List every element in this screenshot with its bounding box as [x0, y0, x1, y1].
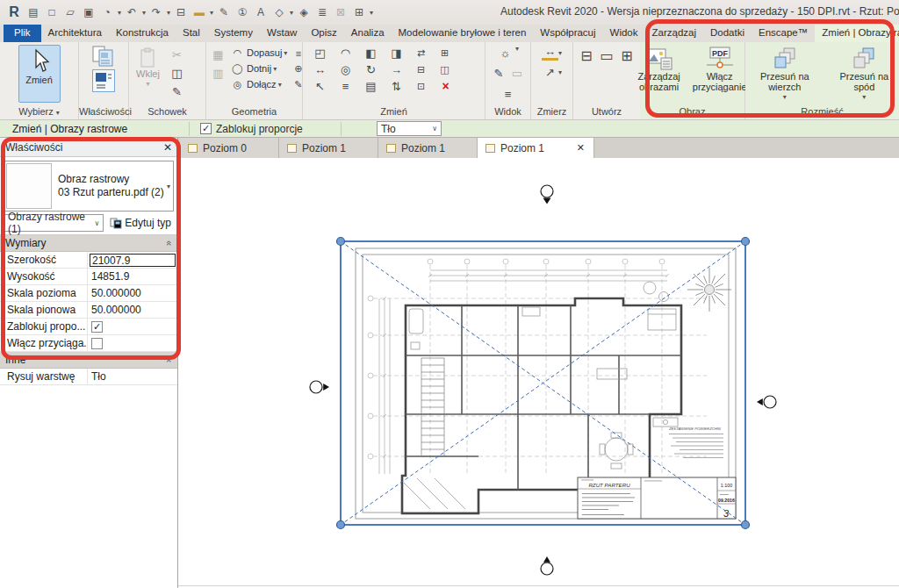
rotate-control-top[interactable] [541, 185, 553, 197]
split-with-gap-icon[interactable]: ◨ [388, 45, 405, 61]
redo-icon[interactable]: ↷ [148, 4, 164, 20]
paste-button[interactable]: Wklej ▾ [133, 45, 163, 92]
undo-dropdown-icon[interactable]: ▾ [142, 9, 146, 17]
pin-icon[interactable]: ↖ [312, 78, 328, 94]
section-wymiary[interactable]: Wymiary « [0, 235, 177, 252]
linework-tool-icon[interactable]: ≡ [500, 86, 516, 102]
tab-architektura[interactable]: Architektura [41, 25, 109, 42]
properties-windows-icon[interactable] [91, 45, 116, 68]
mirror-icon[interactable]: ◫ [437, 63, 452, 76]
tag-icon[interactable]: ① [234, 4, 250, 20]
tab-wstaw[interactable]: Wstaw [260, 25, 305, 42]
scale-icon[interactable]: ⊟ [414, 63, 428, 76]
save-icon[interactable]: ▣ [81, 4, 97, 20]
create-assembly-icon[interactable]: ⊞ [619, 47, 636, 63]
create-group-icon[interactable]: ⊟ [579, 47, 595, 63]
match-properties-icon[interactable]: ✎ [169, 83, 185, 99]
print-icon[interactable]: ⊟ [173, 4, 189, 20]
section-inne[interactable]: Inne « [0, 352, 177, 369]
cut-icon[interactable]: ✂ [169, 47, 185, 62]
move-icon[interactable]: ↔ [312, 61, 328, 77]
new-file-icon[interactable]: □ [44, 4, 60, 20]
view-tab-poziom1b[interactable]: Poziom 1 [378, 138, 478, 158]
panel-wybierz-label[interactable]: Wybierz ▾ [0, 105, 78, 119]
collapse-section-icon[interactable]: « [164, 240, 175, 246]
panel-wlasciwosci-label[interactable]: Właściwości [79, 105, 128, 119]
zablokuj-checkbox[interactable]: ✓ [91, 321, 103, 333]
skala-pionowa-input[interactable]: 50.000000 [90, 304, 176, 317]
tab-zmien-obrazy-rastrowe[interactable]: Zmień | Obrazy rastrowe [815, 25, 899, 42]
thin-lines-icon[interactable]: ≣ [314, 4, 330, 20]
close-hidden-windows-icon[interactable]: ⊠ [333, 4, 349, 20]
view-tab-close-icon[interactable]: ✕ [577, 142, 585, 154]
manage-images-button[interactable]: Zarządzaj obrazami [634, 45, 683, 94]
przyciaganie-checkbox[interactable] [91, 338, 103, 349]
tab-systemy[interactable]: Systemy [207, 25, 260, 42]
sync-with-central-icon[interactable]: ◔ [99, 4, 115, 20]
unpin-icon[interactable]: ≡ [337, 78, 354, 94]
tab-opisz[interactable]: Opisz [304, 25, 343, 42]
3d-view-dropdown-icon[interactable]: ▾ [290, 9, 293, 17]
split-element-icon[interactable]: ◧ [363, 45, 379, 61]
create-similar-icon[interactable]: ▭ [599, 47, 615, 63]
cut-geometry-menu[interactable]: ◯ Dotnij ▾ [230, 61, 287, 76]
type-selector-arrow-icon[interactable]: ▾ [167, 183, 170, 190]
tab-enscape[interactable]: Enscape™ [752, 25, 815, 42]
trim-single-icon[interactable]: ▤ [363, 78, 379, 94]
wall-join-icon[interactable]: ◰ [312, 45, 328, 61]
tab-zarzadzaj[interactable]: Zarządzaj [645, 25, 704, 42]
measure-dropdown2-icon[interactable]: ▾ [558, 49, 562, 57]
customize-qat-icon[interactable]: ▾ [370, 9, 373, 17]
section-icon[interactable]: ◈ [296, 4, 312, 20]
view-tab-poziom1-active[interactable]: Poziom 1 ✕ [478, 138, 594, 158]
bring-to-front-button[interactable]: Przesuń na wierzch ▾ [749, 45, 821, 104]
trim-extend-icon[interactable]: → [388, 61, 405, 77]
tab-plik[interactable]: Plik [4, 25, 41, 42]
undo-icon[interactable]: ↶ [124, 4, 140, 20]
drawing-canvas[interactable]: Poziom 0 Poziom 1 Poziom 1 Poziom 1 ✕ [178, 138, 899, 588]
sync-dropdown-icon[interactable]: ▾ [118, 9, 121, 17]
modify-button[interactable]: Zmień [18, 45, 61, 103]
tab-dodatki[interactable]: Dodatki [703, 25, 752, 42]
skala-pozioma-input[interactable]: 50.000000 [90, 287, 176, 300]
cope-menu[interactable]: ◠ Dopasuj ▾ [230, 45, 287, 61]
type-selector[interactable]: Obraz rastrowy 03 Rzut parteru.pdf (2) ▾ [4, 161, 174, 212]
offset-icon[interactable]: ◠ [337, 45, 354, 61]
tab-modelowanie[interactable]: Modelowanie bryłowe i teren [392, 25, 534, 42]
switch-windows-icon[interactable]: ⊞ [351, 4, 367, 20]
send-to-back-button[interactable]: Przesuń na spód ▾ [833, 45, 895, 104]
properties-toggle-icon[interactable] [92, 69, 115, 92]
file-tab-icon[interactable]: ▤ [25, 4, 41, 20]
tab-konstrukcja[interactable]: Konstrukcja [109, 25, 176, 42]
copy-element-icon[interactable]: ◎ [337, 61, 354, 77]
delete-icon[interactable]: × [437, 78, 454, 94]
copy-icon[interactable]: ◫ [169, 65, 185, 81]
properties-close-icon[interactable]: ✕ [163, 141, 172, 154]
open-file-icon[interactable]: ▱ [62, 4, 78, 20]
revit-logo-icon[interactable]: R [5, 4, 23, 20]
drag-control-left[interactable] [310, 381, 322, 393]
tab-analiza[interactable]: Analiza [344, 25, 392, 42]
override-graphics-icon[interactable]: ✎ [491, 66, 507, 82]
trim-multiple-icon[interactable]: ⇅ [388, 78, 405, 94]
align-icon[interactable]: ⇄ [414, 47, 428, 60]
tab-wspolpracuj[interactable]: Współpracuj [533, 25, 602, 42]
extend-icon[interactable]: ⊡ [414, 80, 428, 93]
wysokosc-input[interactable]: 14851.9 [90, 270, 176, 283]
properties-header[interactable]: Właściwości ✕ [0, 138, 177, 157]
paint-icon[interactable]: ▦ [210, 47, 227, 62]
enable-snaps-button[interactable]: PDF Włącz przyciąganie [689, 45, 751, 94]
view-tab-poziom0[interactable]: Poziom 0 [180, 138, 279, 158]
layer-select[interactable]: Tło ∨ [377, 121, 442, 136]
filter-combo[interactable]: Obrazy rastrowe (1) ∨ [4, 214, 104, 232]
text-icon[interactable]: A [253, 4, 269, 20]
rotate-icon[interactable]: ↻ [363, 61, 379, 77]
floor-plan-image[interactable]: ZESTAWIENIE POWIERZCHNI [298, 167, 808, 588]
array-icon[interactable]: ⊞ [437, 47, 452, 60]
lock-proportions-checkbox[interactable]: ✓ Zablokuj proporcje [200, 123, 341, 135]
hide-elements-icon[interactable]: ☼ [497, 45, 514, 61]
drag-control-bottom[interactable] [541, 563, 553, 575]
measure-along-icon[interactable]: ↗ [542, 64, 558, 80]
tab-widok[interactable]: Widok [603, 25, 645, 42]
collapse-section2-icon[interactable]: « [164, 357, 175, 362]
